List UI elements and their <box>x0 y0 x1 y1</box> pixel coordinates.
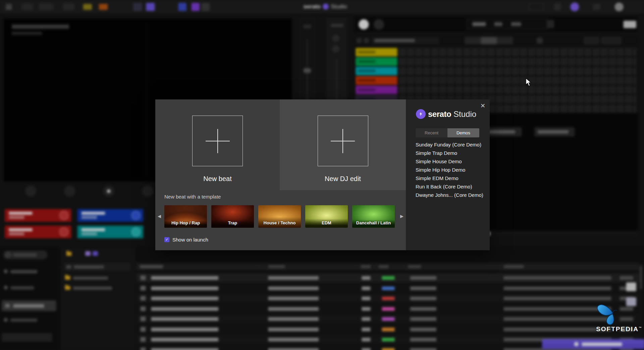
new-dj-edit-option[interactable]: New DJ edit <box>280 99 406 190</box>
show-on-launch-checkbox[interactable]: ✓ <box>164 237 169 242</box>
template-label: Trap <box>211 220 254 225</box>
dialog-main: New beat New DJ edit New beat with a tem… <box>155 99 406 250</box>
plus-icon <box>331 129 355 153</box>
dialog-sidebar: ✕ serato Studio Recent Demos Sunday Fund… <box>406 99 490 250</box>
demo-item[interactable]: Run It Back (Core Demo) <box>416 182 483 191</box>
template-trap[interactable]: Trap <box>211 205 254 228</box>
demo-item[interactable]: Dwayne Johns... (Core Demo) <box>416 191 483 199</box>
tab-recent[interactable]: Recent <box>416 128 447 137</box>
template-label: Dancehall / Latin <box>352 220 395 225</box>
show-on-launch-option[interactable]: ✓ Show on launch <box>164 237 208 243</box>
new-beat-option[interactable]: New beat <box>155 99 280 190</box>
demo-list: Sunday Funday (Core Demo) Simple Trap De… <box>416 140 483 199</box>
new-project-dialog: New beat New DJ edit New beat with a tem… <box>155 99 490 250</box>
template-dancehall-latin[interactable]: Dancehall / Latin <box>352 205 395 228</box>
brand-name: serato <box>428 110 451 119</box>
demo-item[interactable]: Simple EDM Demo <box>416 174 483 182</box>
new-beat-label: New beat <box>203 175 232 183</box>
template-section-title: New beat with a template <box>164 194 221 200</box>
demo-item[interactable]: Sunday Funday (Core Demo) <box>416 140 483 149</box>
templates-scroll-right-icon[interactable]: ▶ <box>399 214 405 219</box>
plus-icon <box>206 129 230 153</box>
new-dj-edit-plus-box <box>318 116 368 166</box>
serato-studio-logo: serato Studio <box>416 109 476 119</box>
templates-scroll-left-icon[interactable]: ◀ <box>157 214 162 219</box>
demo-item[interactable]: Simple Hip Hop Demo <box>416 166 483 174</box>
softpedia-text: SOFTPEDIA™ <box>593 325 644 333</box>
template-label: Hip Hop / Rap <box>164 220 207 225</box>
template-edm[interactable]: EDM <box>305 205 348 228</box>
template-list: Hip Hop / Rap Trap House / Techno EDM Da… <box>164 205 395 228</box>
serato-bolt-icon <box>416 109 426 119</box>
tab-demos[interactable]: Demos <box>447 128 479 137</box>
template-hip-hop-rap[interactable]: Hip Hop / Rap <box>164 205 207 228</box>
brand-suffix: Studio <box>453 110 476 119</box>
demo-item[interactable]: Simple House Demo <box>416 157 483 166</box>
close-icon[interactable]: ✕ <box>480 102 485 110</box>
mouse-cursor <box>525 78 533 87</box>
sidebar-tabs: Recent Demos <box>416 128 479 137</box>
new-beat-plus-box <box>192 116 243 166</box>
template-label: EDM <box>305 220 348 225</box>
serato-studio-window: serato Studio <box>0 0 644 350</box>
demo-item[interactable]: Simple Trap Demo <box>416 149 483 157</box>
check-icon: ✓ <box>165 238 168 242</box>
butterfly-icon <box>597 300 627 326</box>
template-house-techno[interactable]: House / Techno <box>258 205 301 228</box>
template-label: House / Techno <box>258 220 301 225</box>
show-on-launch-label: Show on launch <box>172 237 208 243</box>
new-dj-edit-label: New DJ edit <box>325 175 361 183</box>
